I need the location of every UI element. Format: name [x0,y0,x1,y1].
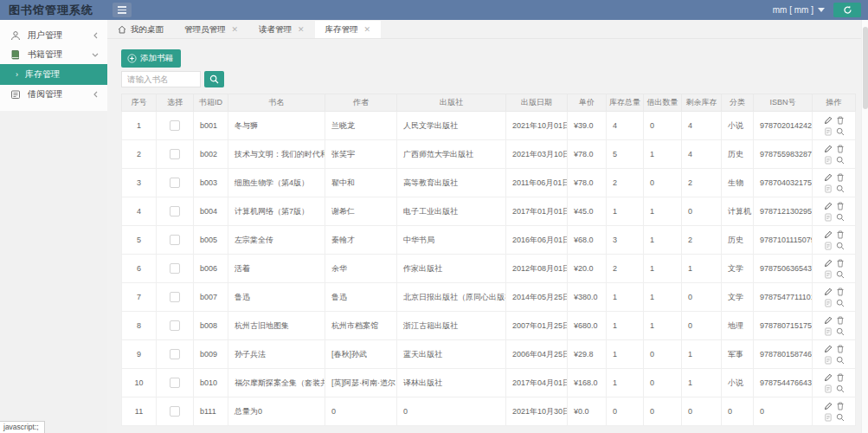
cell-author: 张笑宇 [325,140,397,169]
cell-remaining: 4 [682,112,722,140]
row-checkbox[interactable] [170,263,180,274]
search-button[interactable] [204,71,224,87]
row-checkbox[interactable] [170,406,180,417]
detail-icon[interactable] [823,412,833,423]
detail-icon[interactable] [823,212,833,223]
cell-book-id: b005 [194,226,228,255]
detail-icon[interactable] [823,241,833,251]
delete-icon[interactable] [835,172,845,183]
edit-icon[interactable] [823,144,833,154]
edit-icon[interactable] [823,172,833,183]
detail-icon[interactable] [823,269,833,280]
cell-pub-date: 2012年08月01日 [506,255,568,283]
edit-icon[interactable] [823,372,833,383]
view-icon[interactable] [835,126,845,137]
cell-select [157,197,194,226]
sidebar-item-borrow[interactable]: 借阅管理 [0,85,107,104]
view-icon[interactable] [835,155,845,165]
detail-icon[interactable] [823,326,833,337]
cell-category: 文学 [722,255,754,283]
cell-total: 3 [607,226,644,255]
edit-icon[interactable] [823,258,833,268]
detail-icon[interactable] [823,155,833,165]
view-icon[interactable] [835,298,845,308]
cell-category: 小说 [722,369,754,397]
vertical-scrollbar[interactable] [861,20,868,433]
tab-desktop[interactable]: 我的桌面 [107,21,174,38]
row-checkbox[interactable] [170,292,180,302]
close-icon[interactable]: ✕ [298,25,305,34]
refresh-button[interactable] [833,3,861,17]
cell-title: 冬与狮 [228,112,325,140]
view-icon[interactable] [835,184,845,194]
edit-icon[interactable] [823,115,833,126]
delete-icon[interactable] [835,144,845,154]
view-icon[interactable] [835,269,845,280]
cell-book-id: b004 [194,197,228,226]
row-checkbox[interactable] [170,378,180,388]
view-icon[interactable] [835,212,845,223]
search-input[interactable] [121,71,201,87]
row-checkbox[interactable] [170,235,180,245]
view-icon[interactable] [835,326,845,337]
cell-index: 2 [122,140,157,169]
view-icon[interactable] [835,384,845,394]
cell-publisher: 电子工业出版社 [397,197,506,226]
cell-select [157,397,194,426]
tab-inventory[interactable]: 库存管理 ✕ [315,21,382,38]
row-checkbox[interactable] [170,120,180,131]
column-header: 剩余库存 [682,94,722,112]
detail-icon[interactable] [823,384,833,394]
view-icon[interactable] [835,412,845,423]
menu-toggle-button[interactable] [113,3,132,17]
cell-index: 8 [122,312,157,340]
cell-total: 4 [607,112,644,140]
delete-icon[interactable] [835,115,845,126]
detail-icon[interactable] [823,184,833,194]
view-icon[interactable] [835,355,845,365]
row-checkbox[interactable] [170,178,180,188]
book-icon [10,49,21,60]
row-checkbox[interactable] [170,149,180,159]
edit-icon[interactable] [823,287,833,297]
detail-icon[interactable] [823,298,833,308]
cell-category: 文学 [722,283,754,312]
sidebar-item-books[interactable]: 书籍管理 [0,45,107,64]
edit-icon[interactable] [823,401,833,411]
detail-icon[interactable] [823,126,833,137]
user-menu[interactable]: mm [ mm ] [773,5,825,15]
cell-publisher: 中华书局 [397,226,506,255]
delete-icon[interactable] [835,315,845,326]
edit-icon[interactable] [823,344,833,354]
delete-icon[interactable] [835,401,845,411]
tab-readers[interactable]: 读者管理 ✕ [248,21,315,38]
row-checkbox[interactable] [170,320,180,331]
table-row: 9b009孙子兵法[春秋]孙武蓝天出版社2006年04月25日¥29.8101军… [122,340,856,369]
delete-icon[interactable] [835,372,845,383]
delete-icon[interactable] [835,287,845,297]
delete-icon[interactable] [835,258,845,268]
close-icon[interactable]: ✕ [364,25,371,34]
row-checkbox[interactable] [170,206,180,216]
cell-total: 5 [607,140,644,169]
detail-icon[interactable] [823,355,833,365]
scrollbar-thumb[interactable] [863,27,868,109]
tab-admins[interactable]: 管理员管理 ✕ [174,21,248,38]
sidebar-item-inventory[interactable]: › 库存管理 [0,64,107,85]
delete-icon[interactable] [835,344,845,354]
close-icon[interactable]: ✕ [232,25,239,34]
row-checkbox[interactable] [170,349,180,359]
delete-icon[interactable] [835,201,845,211]
sidebar-item-users[interactable]: 用户管理 [0,26,107,45]
delete-icon[interactable] [835,229,845,240]
edit-icon[interactable] [823,229,833,240]
add-book-button[interactable]: 添加书籍 [121,49,181,68]
edit-icon[interactable] [823,315,833,326]
column-header: 操作 [813,94,856,112]
view-icon[interactable] [835,241,845,251]
cell-remaining: 2 [682,226,722,255]
cell-author: 余华 [325,255,397,283]
cell-title: 福尔摩斯探案全集（套装共4册） [228,369,325,397]
cell-remaining: 1 [682,369,722,397]
edit-icon[interactable] [823,201,833,211]
